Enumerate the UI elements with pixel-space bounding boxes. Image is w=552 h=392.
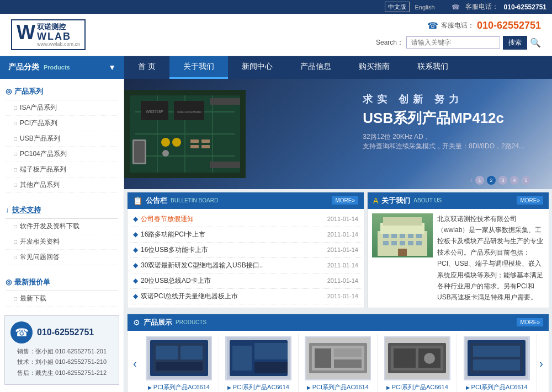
sidebar-item-software[interactable]: 软件开发及资料下载 xyxy=(6,219,118,234)
nav-item-news[interactable]: 新闻中心 xyxy=(228,56,286,79)
sidebar-item-isa[interactable]: ISA产品系列 xyxy=(6,100,118,116)
products-prev-arrow[interactable]: ‹ xyxy=(130,357,140,370)
sidebar-price-section: ◎ 最新报价单 最新下载 xyxy=(0,270,124,311)
nav-category[interactable]: 产品分类 Products ▼ xyxy=(0,56,124,79)
banner-dot-3[interactable]: 3 xyxy=(498,176,507,185)
sidebar-item-devdocs[interactable]: 开发相关资料 xyxy=(6,234,118,250)
product-name-2[interactable]: PCI系列产品AC6614 xyxy=(300,383,376,391)
svg-rect-13 xyxy=(134,141,145,163)
svg-rect-15 xyxy=(210,162,240,168)
product-item-2: PCI系列产品AC6614 xyxy=(299,334,378,392)
news-title-1[interactable]: 16路多功能PCI卡上市 xyxy=(141,230,325,239)
about-content: 北京双诺测控技术有限公司（wwlab）是一家从事数据采集、工控板卡及模块产品研发… xyxy=(368,209,549,308)
price-title-icon: ◎ xyxy=(6,278,12,286)
lang-en[interactable]: English xyxy=(415,4,435,10)
product-name-0[interactable]: PCI系列产品AC6614 xyxy=(141,383,217,391)
nav-item-buying[interactable]: 购买指南 xyxy=(345,56,404,79)
sidebar-item-download[interactable]: 最新下载 xyxy=(6,291,118,307)
search-label: Search： xyxy=(376,38,404,47)
products-next-arrow[interactable]: › xyxy=(537,357,546,370)
svg-rect-34 xyxy=(408,241,413,245)
news-title-0[interactable]: 公司春节放假通知 xyxy=(141,214,325,224)
news-item-3: ◆ 30双诺最新研发C型继电器输入USB接口.. 2011-01-14 xyxy=(130,258,361,273)
about-icon: A xyxy=(373,196,378,205)
bulletin-more-btn[interactable]: MORE» xyxy=(332,196,358,205)
building-svg xyxy=(375,214,430,256)
news-icon-5: ◆ xyxy=(133,292,138,300)
news-date-1: 2011-01-14 xyxy=(327,231,358,238)
bulletin-title-cn: 公告栏 xyxy=(146,196,167,206)
svg-rect-30 xyxy=(416,234,422,238)
sidebar-tech-title: ↓ 技术支持 xyxy=(6,202,118,219)
news-icon-0: ◆ xyxy=(133,215,138,223)
news-item-0: ◆ 公司春节放假通知 2011-01-14 xyxy=(130,212,361,227)
sidebar-item-other[interactable]: 其他产品系列 xyxy=(6,178,118,193)
news-title-4[interactable]: 20位USB总线AD卡上市 xyxy=(141,276,325,286)
about-text: 北京双诺测控技术有限公司（wwlab）是一家从事数据采集、工控板卡及模块产品研发… xyxy=(437,213,544,303)
banner-next-arrow[interactable]: › xyxy=(533,176,535,184)
products-title-icon: ◎ xyxy=(6,87,12,95)
banner-dot-1[interactable]: 1 xyxy=(475,176,484,185)
svg-rect-51 xyxy=(315,348,331,368)
nav-item-products[interactable]: 产品信息 xyxy=(286,56,345,79)
svg-rect-46 xyxy=(254,343,288,359)
lang-cn[interactable]: 中文版 xyxy=(385,2,410,12)
contact-tech: 技术：刘小姐 010-62552751-210 xyxy=(10,357,113,368)
news-item-4: ◆ 20位USB总线AD卡上市 2011-01-14 xyxy=(130,273,361,289)
product-item-0: PCI系列产品AC6614 xyxy=(140,334,219,392)
about-more-btn[interactable]: MORE» xyxy=(517,196,543,205)
product-img-3 xyxy=(384,336,450,380)
svg-rect-32 xyxy=(391,241,397,245)
banner-dot-4[interactable]: 4 xyxy=(510,176,519,185)
nav-item-about[interactable]: 关于我们 xyxy=(169,56,228,79)
nav-item-home[interactable]: 首 页 xyxy=(124,56,169,79)
product-name-1[interactable]: PCI系列产品AC6614 xyxy=(221,383,296,391)
about-header-left: A 关于我们 ABOUT US xyxy=(373,196,442,206)
search-input[interactable] xyxy=(406,36,500,49)
search-icon: 🔍 xyxy=(530,37,541,48)
sidebar-products-title: ◎ 产品系列 xyxy=(6,83,118,100)
svg-rect-40 xyxy=(156,346,178,359)
product-img-4 xyxy=(464,336,530,380)
products-more-btn[interactable]: MORE» xyxy=(517,318,543,326)
logo-wlab: WLAB xyxy=(37,31,80,41)
sidebar-item-pci[interactable]: PCI产品系列 xyxy=(6,116,118,131)
banner-dot-2[interactable]: 2 xyxy=(487,176,496,185)
svg-rect-19 xyxy=(190,139,199,143)
news-date-2: 2011-01-14 xyxy=(327,246,358,253)
search-button[interactable]: 搜索 xyxy=(503,36,527,50)
phone-icon: ☎ xyxy=(452,3,460,11)
svg-rect-14 xyxy=(210,98,240,105)
product-name-3[interactable]: PCI系列产品AC6614 xyxy=(379,383,455,391)
sidebar-item-terminal[interactable]: 端子板产品系列 xyxy=(6,162,118,178)
news-title-5[interactable]: 双诺PCI总线开关量继电器板上市 xyxy=(141,292,325,301)
header: W 双诺测控 WLAB www.wwlab.com.cn ☎ 客服电话： 010… xyxy=(0,14,552,56)
sidebar-item-usb[interactable]: USB产品系列 xyxy=(6,131,118,147)
banner-prev-arrow[interactable]: ‹ xyxy=(470,176,473,184)
svg-rect-41 xyxy=(181,346,203,359)
product-name-4[interactable]: PCI系列产品AC6614 xyxy=(459,383,534,391)
svg-point-18 xyxy=(162,150,169,157)
news-date-0: 2011-01-14 xyxy=(327,216,358,222)
top-bar: 中文版 English ☎ 客服电话： 010-62552751 xyxy=(0,0,552,14)
about-header: A 关于我们 ABOUT US MORE» xyxy=(368,192,549,209)
news-item-1: ◆ 16路多功能PCI卡上市 2011-01-14 xyxy=(130,227,361,243)
svg-point-17 xyxy=(172,138,181,147)
banner-dot-5[interactable]: 5 xyxy=(522,176,530,185)
sidebar-item-pc104[interactable]: PC104产品系列 xyxy=(6,147,118,162)
header-phone-label: 客服电话： xyxy=(465,2,498,12)
logo-sub: www.wwlab.com.cn xyxy=(37,41,80,47)
banner-desc1: 32路12位 20KHz AD， xyxy=(363,132,524,142)
news-title-3[interactable]: 30双诺最新研发C型继电器输入USB接口.. xyxy=(141,261,325,270)
tech-title-icon: ↓ xyxy=(6,206,9,214)
sidebar-phone-box: ☎ 010-62552751 销售：张小姐 010-62552751-201 技… xyxy=(4,315,119,385)
banner: WB3758P 436C034365980 xyxy=(124,79,552,189)
nav-item-contact[interactable]: 联系我们 xyxy=(404,56,462,79)
sidebar-item-faq[interactable]: 常见问题回答 xyxy=(6,250,118,265)
news-icon-2: ◆ xyxy=(133,246,138,254)
news-title-2[interactable]: 16位USB多功能卡上市 xyxy=(141,245,325,255)
products-header: ⚙ 产品展示 PRODUCTS MORE» xyxy=(128,314,549,331)
news-list: ◆ 公司春节放假通知 2011-01-14 ◆ 16路多功能PCI卡上市 201… xyxy=(128,209,364,307)
news-icon-3: ◆ xyxy=(133,261,138,269)
news-date-4: 2011-01-14 xyxy=(327,277,358,284)
